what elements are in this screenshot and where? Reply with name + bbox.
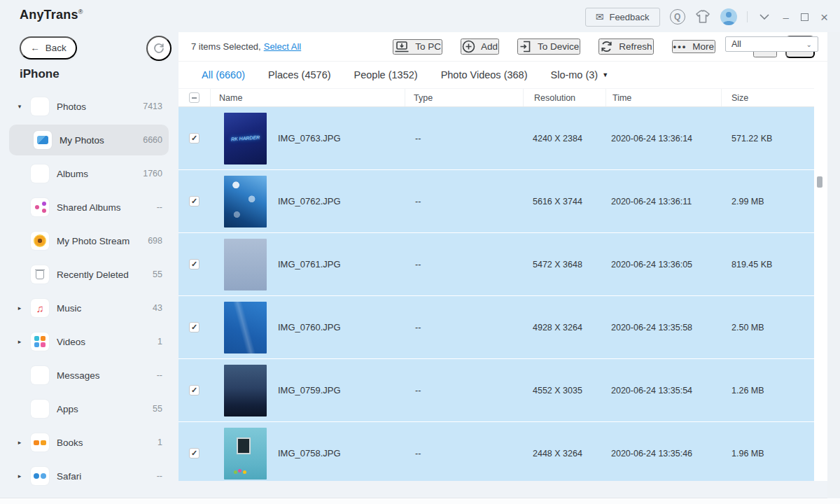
row-checkbox[interactable]	[189, 385, 200, 396]
column-header-type[interactable]: Type	[405, 89, 523, 106]
sidebar-item-label: Safari	[57, 471, 81, 482]
sidebar-item[interactable]: ▸ Books 1	[0, 426, 178, 459]
category-tab[interactable]: Slo-mo (3) ▼	[551, 69, 609, 80]
sidebar-item[interactable]: ▸ Videos 1	[0, 325, 178, 358]
user-avatar[interactable]	[720, 8, 737, 25]
file-time: 2020-06-24 13:36:11	[606, 197, 721, 206]
table-row[interactable]: IMG_0759.JPG -- 4552 X 3035 2020-06-24 1…	[178, 359, 814, 421]
sidebar-item-icon	[31, 164, 49, 183]
category-tab[interactable]: Places (4576)	[268, 69, 330, 80]
file-size: 1.96 MB	[721, 449, 814, 458]
sidebar: ← Back iPhone ▾ Photos 7413 My Photos 66…	[0, 32, 178, 498]
file-type: --	[405, 386, 523, 396]
support-icon[interactable]: Q	[670, 9, 685, 24]
row-checkbox[interactable]	[189, 196, 200, 206]
file-resolution: 5616 X 3744	[523, 197, 606, 206]
disclosure-icon[interactable]: ▾	[15, 103, 24, 110]
table-row[interactable]: IMG_0762.JPG -- 5616 X 3744 2020-06-24 1…	[178, 170, 814, 232]
photo-thumbnail[interactable]	[224, 176, 267, 227]
photo-thumbnail[interactable]: RK HARDER	[224, 113, 267, 164]
to-pc-button[interactable]: To PC	[393, 39, 442, 55]
file-type: --	[405, 449, 523, 458]
chevron-down-icon[interactable]	[757, 13, 771, 21]
add-button[interactable]: Add	[461, 38, 499, 55]
select-all-checkbox[interactable]	[189, 92, 200, 103]
row-checkbox[interactable]	[189, 322, 200, 332]
category-tab[interactable]: All (6660)	[202, 69, 245, 80]
file-size: 2.99 MB	[721, 197, 814, 206]
sidebar-item[interactable]: ▾ Photos 7413	[0, 90, 178, 123]
column-header-resolution[interactable]: Resolution	[523, 89, 606, 106]
sidebar-item[interactable]: My Photo Stream 698	[0, 224, 178, 258]
sidebar-item-label: My Photos	[59, 135, 104, 146]
to-device-button[interactable]: To Device	[517, 38, 580, 55]
app-window: AnyTrans® ✉ Feedback Q – × ← Bac	[0, 0, 840, 498]
table-row[interactable]: RK HARDER IMG_0763.JPG -- 4240 X 2384 20…	[178, 107, 814, 169]
column-header-name[interactable]: Name	[210, 89, 405, 106]
sidebar-item[interactable]: My Photos 6660	[0, 123, 178, 157]
photo-thumbnail[interactable]	[224, 239, 267, 290]
disclosure-icon[interactable]: ▸	[15, 338, 24, 345]
sidebar-item-label: Apps	[57, 404, 78, 414]
sidebar-item[interactable]: Albums 1760	[0, 157, 178, 190]
sidebar-item-label: Music	[57, 303, 81, 314]
scrollbar-thumb[interactable]	[817, 176, 822, 188]
sidebar-item[interactable]: Recently Deleted 55	[0, 258, 178, 291]
tab-caret-icon: ▼	[602, 71, 608, 78]
column-header-time[interactable]: Time	[606, 89, 721, 106]
disclosure-icon[interactable]: ▸	[15, 439, 24, 446]
header-checkbox-cell	[178, 89, 210, 106]
photo-thumbnail[interactable]	[224, 302, 267, 354]
file-resolution: 2448 X 3264	[523, 449, 606, 458]
sidebar-item[interactable]: ▸ Music 43	[0, 291, 178, 325]
file-type: --	[405, 134, 523, 144]
filter-dropdown[interactable]: All ⌄	[725, 36, 818, 52]
sync-refresh-button[interactable]	[146, 36, 172, 61]
dropdown-chevron-icon: ⌄	[806, 41, 812, 48]
row-checkbox[interactable]	[189, 259, 200, 270]
table-row[interactable]: IMG_0761.JPG -- 5472 X 3648 2020-06-24 1…	[178, 233, 814, 295]
sidebar-item[interactable]: Apps 55	[0, 392, 178, 426]
sidebar-item-label: Shared Albums	[57, 202, 121, 213]
photo-thumbnail[interactable]	[224, 365, 267, 416]
file-name: IMG_0760.JPG	[278, 322, 341, 332]
theme-shirt-icon[interactable]	[695, 10, 710, 24]
disclosure-icon[interactable]: ▸	[15, 304, 24, 312]
refresh-button[interactable]: Refresh	[598, 38, 653, 55]
sidebar-item-icon	[31, 198, 49, 216]
window-bottom-edge	[0, 499, 840, 504]
column-header-size[interactable]: Size	[721, 89, 814, 106]
vertical-scrollbar[interactable]	[816, 91, 823, 481]
disclosure-icon[interactable]: ▸	[15, 472, 24, 479]
minimize-button[interactable]: –	[781, 10, 791, 24]
more-button[interactable]: ••• More	[672, 40, 715, 53]
feedback-button[interactable]: ✉ Feedback	[585, 8, 660, 27]
sidebar-item-label: Messages	[57, 370, 100, 381]
category-tab[interactable]: People (1352)	[354, 69, 418, 80]
device-name: iPhone	[20, 67, 59, 81]
close-button[interactable]: ×	[818, 9, 830, 25]
row-checkbox[interactable]	[189, 133, 200, 144]
file-resolution: 5472 X 3648	[523, 260, 606, 270]
sidebar-item[interactable]: ▸ Safari --	[0, 459, 178, 493]
add-icon	[462, 40, 475, 53]
sidebar-item-count: --	[157, 370, 162, 380]
file-time: 2020-06-24 13:35:54	[606, 386, 721, 396]
sidebar-item[interactable]: Shared Albums --	[0, 190, 178, 224]
row-checkbox[interactable]	[189, 448, 200, 458]
sidebar-item[interactable]: Messages --	[0, 358, 178, 392]
file-time: 2020-06-24 13:36:05	[606, 260, 721, 270]
photo-thumbnail[interactable]	[224, 428, 267, 479]
sidebar-item-label: Recently Deleted	[57, 270, 129, 280]
sidebar-item-label: My Photo Stream	[57, 236, 130, 246]
maximize-button[interactable]	[801, 13, 808, 21]
select-all-link[interactable]: Select All	[264, 41, 301, 52]
category-tab[interactable]: Photo Videos (368)	[441, 69, 528, 80]
table-row[interactable]: IMG_0760.JPG -- 4928 X 3264 2020-06-24 1…	[178, 296, 814, 358]
file-name: IMG_0761.JPG	[278, 259, 341, 270]
sidebar-item-label: Photos	[57, 102, 86, 112]
back-button[interactable]: ← Back	[20, 36, 77, 59]
file-size: 571.22 KB	[721, 134, 814, 144]
sidebar-item-icon	[31, 232, 49, 250]
table-row[interactable]: IMG_0758.JPG -- 2448 X 3264 2020-06-24 1…	[178, 422, 814, 481]
